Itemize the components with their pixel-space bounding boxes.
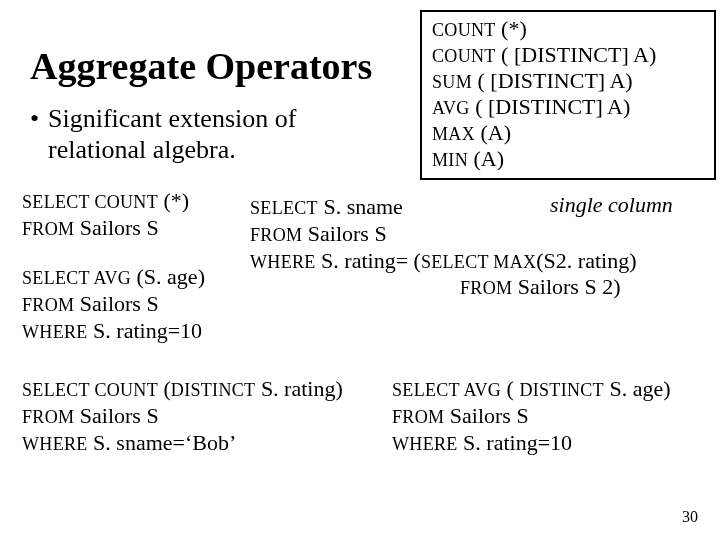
q3-kw1: SELECT xyxy=(250,198,318,218)
opbox-row-4: AVG ( [DISTINCT] A) xyxy=(432,94,704,120)
q2-line-1: SELECT AVG (S. age) xyxy=(22,264,205,291)
opbox-rest-4: ( [DISTINCT] A) xyxy=(470,94,631,119)
q4-line-3: WHERE S. sname=‘Bob’ xyxy=(22,430,343,457)
q4-kw1: SELECT COUNT xyxy=(22,380,158,400)
bullet-line-2: relational algebra. xyxy=(48,135,236,164)
q5-line-1: SELECT AVG ( DISTINCT S. age) xyxy=(392,376,671,403)
opbox-rest-2: ( [DISTINCT] A) xyxy=(496,42,657,67)
q5-kw2: FROM xyxy=(392,407,444,427)
opbox-rest-6: (A) xyxy=(468,146,504,171)
q5-kw1b: DISTINCT xyxy=(519,380,604,400)
q4-r1a: ( xyxy=(158,376,171,401)
aggregate-operators-box: COUNT (*) COUNT ( [DISTINCT] A) SUM ( [D… xyxy=(420,10,716,180)
q1-kw1: SELECT COUNT xyxy=(22,192,158,212)
slide: Aggregate Operators •Significant extensi… xyxy=(0,0,720,540)
q5-r1b: S. age) xyxy=(604,376,671,401)
opbox-row-6: MIN (A) xyxy=(432,146,704,172)
query-4: SELECT COUNT (DISTINCT S. rating) FROM S… xyxy=(22,376,343,456)
q5-kw1: SELECT AVG xyxy=(392,380,501,400)
q5-r2: Sailors S xyxy=(444,403,528,428)
opbox-row-5: MAX (A) xyxy=(432,120,704,146)
opbox-rest-3: ( [DISTINCT] A) xyxy=(472,68,633,93)
q2-kw2: FROM xyxy=(22,295,74,315)
opbox-row-2: COUNT ( [DISTINCT] A) xyxy=(432,42,704,68)
q5-line-3: WHERE S. rating=10 xyxy=(392,430,671,457)
slide-title: Aggregate Operators xyxy=(30,44,372,88)
bullet-text: •Significant extension of relational alg… xyxy=(30,104,296,165)
q2-kw1: SELECT AVG xyxy=(22,268,131,288)
q5-kw3: WHERE xyxy=(392,434,458,454)
q5-r1a: ( xyxy=(501,376,519,401)
q4-kw3: WHERE xyxy=(22,434,88,454)
bullet-indent xyxy=(30,135,48,166)
opbox-kw-2: COUNT xyxy=(432,46,496,66)
q2-kw3: WHERE xyxy=(22,322,88,342)
q5-r3: S. rating=10 xyxy=(458,430,572,455)
q3-r4: Sailors S 2) xyxy=(512,274,620,299)
query-1: SELECT COUNT (*) FROM Sailors S xyxy=(22,188,189,242)
q4-line-1: SELECT COUNT (DISTINCT S. rating) xyxy=(22,376,343,403)
q4-r1b: S. rating) xyxy=(255,376,342,401)
q3-line-2: FROM Sailors S xyxy=(250,221,636,248)
q4-line-2: FROM Sailors S xyxy=(22,403,343,430)
opbox-row-3: SUM ( [DISTINCT] A) xyxy=(432,68,704,94)
q4-r3: S. sname=‘Bob’ xyxy=(88,430,237,455)
opbox-kw-5: MAX xyxy=(432,124,475,144)
opbox-rest-1: (*) xyxy=(496,16,527,41)
q3-r2: Sailors S xyxy=(302,221,386,246)
q4-kw1b: DISTINCT xyxy=(171,380,256,400)
q1-r1: (*) xyxy=(158,188,189,213)
opbox-kw-3: SUM xyxy=(432,72,472,92)
opbox-kw-6: MIN xyxy=(432,150,468,170)
query-2: SELECT AVG (S. age) FROM Sailors S WHERE… xyxy=(22,264,205,344)
q3-line-3: WHERE S. rating= (SELECT MAX(S2. rating) xyxy=(250,248,636,275)
bullet-line-1: Significant extension of xyxy=(48,104,296,133)
q4-kw2: FROM xyxy=(22,407,74,427)
q2-r1: (S. age) xyxy=(131,264,205,289)
q1-line-2: FROM Sailors S xyxy=(22,215,189,242)
q2-r3: S. rating=10 xyxy=(88,318,202,343)
q2-line-3: WHERE S. rating=10 xyxy=(22,318,205,345)
q3-line-4: FROM Sailors S 2) xyxy=(250,274,636,301)
q3-kw2: FROM xyxy=(250,225,302,245)
opbox-row-1: COUNT (*) xyxy=(432,16,704,42)
single-column-note: single column xyxy=(550,192,673,218)
bullet-marker: • xyxy=(30,104,48,135)
q2-line-2: FROM Sailors S xyxy=(22,291,205,318)
q3-r3b: (S2. rating) xyxy=(536,248,636,273)
q4-r2: Sailors S xyxy=(74,403,158,428)
q1-r2: Sailors S xyxy=(74,215,158,240)
q5-line-2: FROM Sailors S xyxy=(392,403,671,430)
q3-r1: S. sname xyxy=(318,194,403,219)
page-number: 30 xyxy=(682,508,698,526)
q1-line-1: SELECT COUNT (*) xyxy=(22,188,189,215)
query-5: SELECT AVG ( DISTINCT S. age) FROM Sailo… xyxy=(392,376,671,456)
opbox-kw-4: AVG xyxy=(432,98,470,118)
q3-kw4: FROM xyxy=(460,278,512,298)
q1-kw2: FROM xyxy=(22,219,74,239)
q3-r3a: S. rating= ( xyxy=(316,248,421,273)
opbox-kw-1: COUNT xyxy=(432,20,496,40)
q3-kw3b: SELECT MAX xyxy=(421,252,536,272)
q2-r2: Sailors S xyxy=(74,291,158,316)
q3-kw3: WHERE xyxy=(250,252,316,272)
opbox-rest-5: (A) xyxy=(475,120,511,145)
